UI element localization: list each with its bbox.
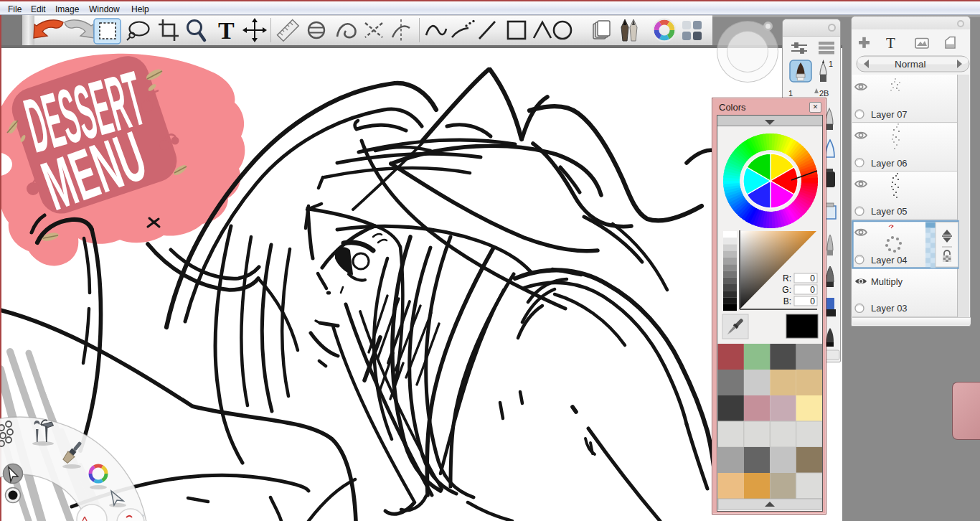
svg-text:2B: 2B <box>819 89 829 98</box>
svg-text:1: 1 <box>788 89 793 98</box>
svg-text:Layer 03: Layer 03 <box>871 303 908 314</box>
svg-text:B:: B: <box>783 296 791 306</box>
svg-text:0: 0 <box>810 296 815 306</box>
svg-text:0: 0 <box>810 273 815 283</box>
svg-text:Layer 07: Layer 07 <box>871 109 908 120</box>
svg-text:T: T <box>218 17 235 44</box>
svg-text:G:: G: <box>782 285 791 295</box>
svg-text:R:: R: <box>783 273 791 283</box>
svg-text:Multiply: Multiply <box>871 276 903 287</box>
svg-text:Layer 05: Layer 05 <box>871 206 908 217</box>
svg-text:Layer 06: Layer 06 <box>871 158 908 169</box>
svg-text:1: 1 <box>829 60 833 68</box>
svg-text:Layer 04: Layer 04 <box>871 255 908 266</box>
svg-text:0: 0 <box>810 285 815 295</box>
